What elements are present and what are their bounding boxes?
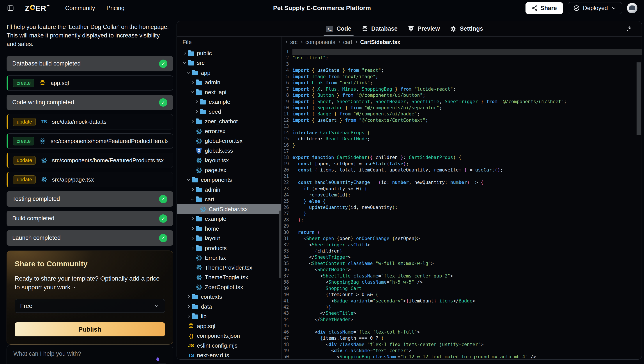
status-label: Build completed [12, 215, 54, 222]
tree-item-layout.tsx[interactable]: layout.tsx [177, 156, 281, 166]
breadcrumb-CartSidebar.tsx[interactable]: CartSidebar.tsx [360, 39, 400, 45]
download-button[interactable] [626, 25, 634, 33]
deployed-button[interactable]: Deployed [568, 2, 622, 14]
status-card[interactable]: Database build completed✓ [6, 56, 173, 72]
tree-item-error.tsx[interactable]: error.tsx [177, 126, 281, 136]
sidebar-toggle-icon[interactable] [6, 4, 15, 12]
status-card[interactable]: Build completed✓ [6, 211, 173, 226]
chevron-right-icon [191, 246, 194, 250]
code-line: 34 </SheetTrigger> [282, 254, 642, 260]
code-line: 27 } [282, 210, 642, 216]
tree-item-public[interactable]: public [177, 48, 281, 58]
tab-settings[interactable]: Settings [450, 21, 483, 36]
code-line: 33 {children} [282, 248, 642, 254]
line-number: 42 [282, 304, 292, 310]
file-op-card[interactable]: updatesrc/app/page.tsx [6, 172, 173, 187]
check-icon: ✓ [159, 60, 167, 68]
tree-item-example[interactable]: example [177, 97, 281, 107]
breadcrumb-components[interactable]: components [305, 39, 335, 45]
line-number: 10 [282, 105, 292, 111]
status-card[interactable]: Launch completed✓ [6, 230, 173, 246]
file-op-card[interactable]: createapp.sql [6, 75, 173, 91]
tree-item-label: error.tsx [205, 128, 226, 135]
chevron-right-icon [191, 237, 194, 240]
tree-item-label: admin [205, 186, 220, 193]
code-scrollbar[interactable] [636, 62, 641, 135]
tree-item-Error.tsx[interactable]: Error.tsx [177, 253, 281, 263]
line-number: 19 [282, 161, 292, 167]
line-number: 25 [282, 198, 292, 204]
folder-icon [196, 79, 202, 86]
breadcrumb: srccomponentscartCartSidebar.tsx [282, 36, 642, 48]
line-number: 18 [282, 154, 292, 160]
tree-item-CartSidebar.tsx[interactable]: CartSidebar.tsx [177, 204, 281, 214]
tree-item-label: components [201, 176, 232, 183]
tree-item-home[interactable]: home [177, 224, 281, 234]
tree-item-ThemeProvider.tsx[interactable]: ThemeProvider.tsx [177, 263, 281, 273]
tree-item-admin[interactable]: admin [177, 185, 281, 195]
code-line: 11import { Badge } from "@/components/ui… [282, 111, 642, 117]
status-card[interactable]: Code writing completed✓ [6, 94, 173, 110]
tree-item-ZoerCopilot.tsx[interactable]: ZoerCopilot.tsx [177, 282, 281, 292]
tree-item-contexts[interactable]: contexts [177, 292, 281, 302]
line-number: 6 [282, 80, 292, 86]
avatar[interactable] [627, 3, 638, 13]
tree-item-seed[interactable]: seed [177, 107, 281, 117]
main-nav: Community Pricing [65, 5, 124, 12]
tree-item-next_api[interactable]: next_api [177, 88, 281, 97]
react-icon [196, 128, 202, 134]
chevron-right-icon [355, 41, 358, 43]
line-number: 49 [282, 348, 292, 354]
activity-feed: Database build completed✓createapp.sqlCo… [6, 56, 173, 246]
tree-item-components[interactable]: components [177, 175, 281, 185]
op-badge: update [13, 156, 36, 165]
tree-item-next-env.d.ts[interactable]: TSnext-env.d.ts [177, 351, 281, 360]
download-icon [626, 25, 633, 32]
tree-item-layout[interactable]: layout [177, 234, 281, 244]
tree-item-admin[interactable]: admin [177, 78, 281, 88]
share-button[interactable]: Share [526, 2, 563, 14]
tree-scrollbar[interactable] [279, 210, 281, 278]
tree-item-ThemeToggle.tsx[interactable]: ThemeToggle.tsx [177, 273, 281, 282]
code-line: 45 [282, 322, 642, 329]
price-select[interactable]: Free [15, 299, 165, 313]
op-file-path: app.sql [50, 80, 69, 86]
react-icon [196, 274, 202, 281]
file-op-card[interactable]: createsrc/components/home/FeaturedProduc… [6, 134, 173, 149]
tree-item-eslint.config.mjs[interactable]: JSeslint.config.mjs [177, 341, 281, 351]
tree-item-components.json[interactable]: { }components.json [177, 331, 281, 341]
tree-item-app[interactable]: app [177, 68, 281, 78]
tree-item-products[interactable]: products [177, 243, 281, 253]
tree-item-cart[interactable]: cart [177, 195, 281, 204]
tab-preview[interactable]: Preview [408, 21, 440, 36]
file-op-card[interactable]: updatesrc/components/home/FeaturedProduc… [6, 153, 173, 168]
code-line: 8import { Button } from "@/components/ui… [282, 92, 642, 98]
breadcrumb-cart[interactable]: cart [343, 39, 352, 45]
code-content[interactable]: 12"use client";34import { useState } fro… [282, 48, 642, 360]
tree-item-page.tsx[interactable]: page.tsx [177, 165, 281, 175]
tab-database[interactable]: Database [362, 21, 398, 36]
file-op-card[interactable]: updateTSsrc/data/mock-data.ts [6, 114, 173, 130]
tree-item-global-error.tsx[interactable]: global-error.tsx [177, 136, 281, 146]
tree-item-zoer_chatbot[interactable]: zoer_chatbot [177, 117, 281, 126]
status-card[interactable]: Testing completed✓ [6, 191, 173, 207]
tree-item-app.sql[interactable]: app.sql [177, 321, 281, 331]
zoer-logo[interactable]: ZER✦ [25, 4, 50, 12]
nav-community[interactable]: Community [65, 5, 95, 12]
publish-button[interactable]: Publish [15, 322, 165, 336]
tree-item-data[interactable]: data [177, 302, 281, 312]
breadcrumb-src[interactable]: src [290, 39, 298, 45]
tree-item-src[interactable]: src [177, 58, 281, 68]
nav-pricing[interactable]: Pricing [106, 5, 125, 12]
ts-icon: TS [188, 352, 194, 359]
js-icon: JS [188, 342, 194, 349]
tree-item-lib[interactable]: lib [177, 312, 281, 322]
status-label: Database build completed [12, 60, 80, 67]
code-line: 13 [282, 123, 642, 130]
folder-icon [196, 89, 202, 96]
tree-item-globals.css[interactable]: 3globals.css [177, 146, 281, 156]
tab-code[interactable]: >_ Code [326, 21, 351, 36]
tree-item-example[interactable]: example [177, 214, 281, 224]
tree-item-label: products [205, 245, 227, 252]
chat-input[interactable]: What can I help you with? ↑ [6, 344, 173, 364]
